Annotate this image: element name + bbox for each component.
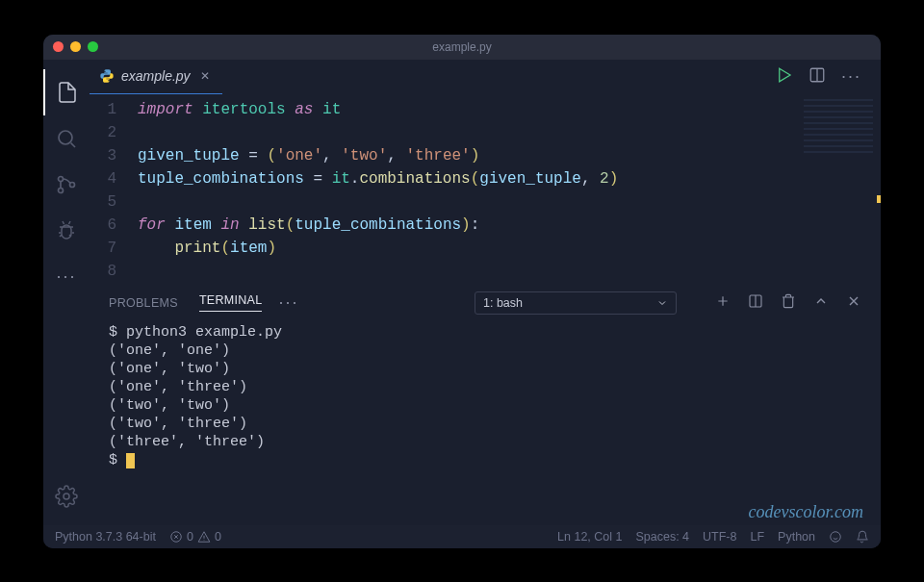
code-line[interactable]: 1import itertools as it	[90, 98, 881, 121]
close-tab-button[interactable]: ✕	[197, 68, 213, 84]
maximize-panel-button[interactable]	[813, 293, 829, 312]
editor-window: example.py ··· example.py ✕	[43, 35, 881, 548]
svg-point-2	[59, 176, 64, 181]
search-icon[interactable]	[43, 115, 90, 162]
svg-point-4	[64, 493, 69, 499]
tab-more-actions[interactable]: ···	[841, 66, 861, 87]
minimap[interactable]	[804, 99, 873, 157]
status-cursor-pos[interactable]: Ln 12, Col 1	[557, 530, 622, 544]
status-bar: Python 3.7.3 64-bit 0 0 Ln 12, Col 1 Spa…	[43, 525, 881, 548]
close-panel-button[interactable]	[846, 293, 861, 312]
line-number: 4	[90, 167, 138, 190]
code-line[interactable]: 3given_tuple = ('one', 'two', 'three')	[90, 144, 881, 167]
overview-marker	[877, 195, 881, 203]
line-number: 5	[90, 190, 138, 214]
debug-icon[interactable]	[43, 208, 90, 254]
window-title: example.py	[432, 40, 491, 54]
panel-tab-terminal[interactable]: TERMINAL	[199, 293, 263, 312]
panel-more-tabs[interactable]: ···	[278, 292, 298, 313]
status-interpreter[interactable]: Python 3.7.3 64-bit	[55, 530, 156, 544]
more-icon[interactable]: ···	[43, 254, 90, 300]
line-number: 6	[90, 214, 138, 237]
python-icon	[99, 68, 115, 84]
split-editor-button[interactable]	[808, 66, 826, 88]
status-problems[interactable]: 0 0	[169, 530, 221, 544]
line-number: 3	[90, 144, 138, 167]
run-button[interactable]	[776, 66, 793, 88]
tab-example-py[interactable]: example.py ✕	[90, 60, 222, 94]
terminal-cursor	[126, 453, 135, 468]
watermark: codevscolor.com	[749, 503, 863, 521]
code-line[interactable]: 4tuple_combinations = it.combinations(gi…	[90, 167, 881, 190]
notifications-icon[interactable]	[856, 530, 869, 544]
code-line[interactable]: 2	[90, 121, 881, 144]
status-indentation[interactable]: Spaces: 4	[635, 530, 689, 544]
svg-point-1	[59, 188, 64, 192]
line-number: 8	[90, 260, 138, 283]
feedback-icon[interactable]	[829, 530, 842, 544]
code-editor[interactable]: 1import itertools as it23given_tuple = (…	[90, 94, 881, 287]
svg-point-0	[59, 131, 72, 144]
line-number: 2	[90, 121, 138, 144]
panel-tab-problems[interactable]: PROBLEMS	[109, 296, 178, 310]
status-encoding[interactable]: UTF-8	[703, 530, 736, 544]
settings-icon[interactable]	[43, 473, 90, 519]
source-control-icon[interactable]	[43, 162, 90, 208]
svg-point-8	[831, 531, 841, 542]
status-language[interactable]: Python	[778, 530, 815, 544]
tab-title: example.py	[121, 68, 191, 84]
terminal-output[interactable]: $ python3 example.py ('one', 'one') ('on…	[90, 319, 881, 525]
explorer-icon[interactable]	[43, 69, 90, 115]
panel: PROBLEMS TERMINAL ··· 1: bash	[90, 287, 881, 525]
titlebar[interactable]: example.py	[43, 35, 881, 60]
fullscreen-window-button[interactable]	[88, 41, 98, 52]
code-line[interactable]: 8	[90, 260, 881, 283]
kill-terminal-button[interactable]	[781, 293, 796, 312]
code-line[interactable]: 6for item in list(tuple_combinations):	[90, 214, 881, 237]
close-window-button[interactable]	[53, 41, 64, 52]
activity-bar: ···	[43, 60, 90, 525]
split-terminal-button[interactable]	[748, 293, 763, 312]
line-number: 7	[90, 237, 138, 260]
minimize-window-button[interactable]	[70, 41, 81, 52]
terminal-selector-label: 1: bash	[483, 296, 523, 310]
line-number: 1	[90, 98, 138, 121]
terminal-selector[interactable]: 1: bash	[475, 291, 677, 315]
chevron-down-icon	[656, 297, 668, 309]
tab-bar: example.py ✕ ···	[90, 60, 881, 94]
code-line[interactable]: 5	[90, 190, 881, 214]
status-eol[interactable]: LF	[750, 530, 764, 544]
code-line[interactable]: 7 print(item)	[90, 237, 881, 260]
new-terminal-button[interactable]	[715, 293, 731, 312]
